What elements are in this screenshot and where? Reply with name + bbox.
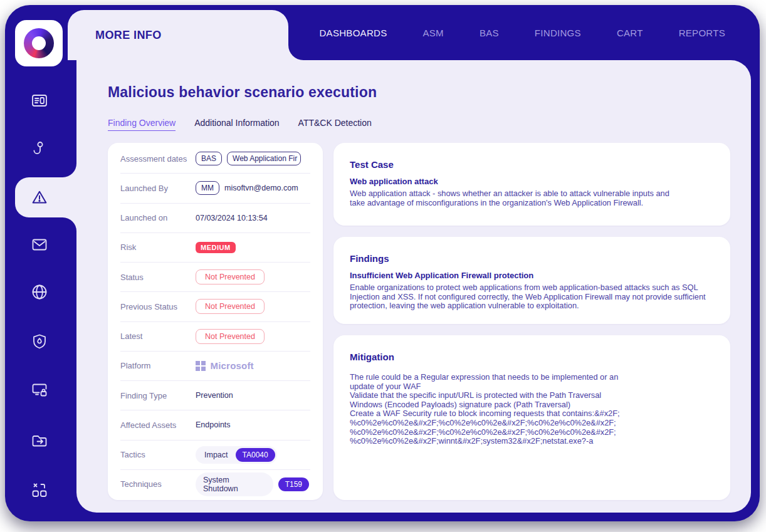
nav-item-cart[interactable]: CART [617, 28, 643, 38]
nav-item-findings[interactable]: FINDINGS [535, 28, 581, 38]
row-label: Status [120, 273, 196, 282]
device-lock-icon[interactable] [30, 380, 49, 399]
alert-triangle-icon [30, 188, 49, 207]
tab-attck-detection[interactable]: ATT&CK Detection [298, 118, 372, 131]
row-label: Launched on [120, 213, 196, 222]
test-case-body: Web application attack - shows whether a… [350, 189, 714, 207]
more-info-label: MORE INFO [95, 29, 162, 42]
findings-body: Enable organizations to protect web appl… [350, 283, 714, 311]
row-launched-by: Launched By MM misoftvn@demo.com [120, 174, 310, 203]
launched-by-email: misoftvn@demo.com [224, 184, 298, 192]
row-affected-assets: Affected Assets Endpoints [120, 410, 310, 440]
row-label: Previous Status [120, 302, 196, 311]
row-tactics: Tactics Impact TA0040 [120, 441, 310, 470]
row-label: Finding Type [120, 391, 196, 400]
row-techniques: Techniques System Shutdown T159 [120, 470, 310, 499]
row-label: Latest [120, 331, 196, 341]
findings-heading: Findings [350, 253, 714, 264]
brand-logo[interactable] [15, 20, 63, 66]
latest-status-badge: Not Prevented [196, 329, 265, 344]
test-case-subheading: Web application attack [350, 177, 714, 186]
row-status: Status Not Prevented [120, 263, 310, 292]
tab-additional-information[interactable]: Additional Information [194, 118, 279, 131]
row-latest: Latest Not Prevented [120, 322, 310, 352]
row-assessment-dates: Assessment dates BAS Web Application Fir [120, 144, 310, 174]
row-label: Risk [120, 243, 196, 252]
tactic-name: Impact [204, 451, 228, 459]
info-cards-column: Test Case Web application attack Web app… [333, 143, 730, 500]
status-badge: Not Prevented [196, 269, 265, 284]
folder-export-icon[interactable] [30, 432, 49, 451]
sidebar-item-findings-active[interactable] [15, 177, 76, 217]
test-case-card: Test Case Web application attack Web app… [333, 143, 730, 226]
row-label: Assessment dates [120, 154, 196, 164]
brand-ring-icon [24, 28, 54, 58]
row-label: Platform [120, 361, 196, 370]
mail-icon[interactable] [30, 235, 49, 254]
nav-item-dashboards[interactable]: DASHBOARDS [319, 28, 387, 38]
more-info-tab: MORE INFO [68, 10, 288, 60]
row-label: Affected Assets [120, 420, 196, 430]
broken-link-icon[interactable] [30, 481, 49, 499]
nav-item-asm[interactable]: ASM [422, 28, 443, 38]
tactic-id-pill[interactable]: TA0040 [236, 448, 275, 462]
microsoft-logo-icon [196, 361, 206, 371]
row-label: Launched By [120, 184, 196, 193]
assessment-chip-bas[interactable]: BAS [196, 152, 222, 165]
content-area: Malicious behavior scenario execution Fi… [76, 60, 751, 513]
launched-by-initials-chip: MM [196, 181, 219, 195]
previous-status-badge: Not Prevented [196, 299, 265, 314]
row-label: Tactics [120, 450, 196, 459]
nav-item-bas[interactable]: BAS [480, 28, 499, 38]
affected-assets-value: Endpoints [196, 420, 231, 429]
row-previous-status: Previous Status Not Prevented [120, 292, 310, 321]
technique-id-pill[interactable]: T159 [278, 477, 309, 491]
assessment-chip-waf[interactable]: Web Application Fir [227, 152, 301, 165]
risk-badge: MEDIUM [196, 242, 236, 253]
tab-finding-overview[interactable]: Finding Overview [108, 118, 176, 131]
mitigation-heading: Mitigation [350, 352, 714, 362]
finding-detail-card: Assessment dates BAS Web Application Fir… [108, 143, 323, 500]
row-platform: Platform Microsoft [120, 352, 310, 381]
hook-icon[interactable] [30, 139, 49, 158]
detail-tabs: Finding Overview Additional Information … [108, 118, 372, 131]
row-label: Techniques [120, 479, 196, 489]
top-navigation: DASHBOARDS ASM BAS FINDINGS CART REPORTS [319, 5, 725, 60]
row-finding-type: Finding Type Prevention [120, 381, 310, 410]
app-frame: DASHBOARDS ASM BAS FINDINGS CART REPORTS… [5, 5, 760, 521]
mitigation-card: Mitigation The rule could be a Regular e… [333, 335, 730, 500]
findings-card: Findings Insufficient Web Application Fi… [333, 237, 730, 324]
dashboard-feed-icon[interactable] [30, 91, 49, 110]
technique-pill: System Shutdown [196, 472, 273, 496]
tactic-pill: Impact TA0040 [196, 446, 277, 464]
row-risk: Risk MEDIUM [120, 233, 310, 263]
launched-on-timestamp: 07/03/2024 10:13:54 [196, 214, 268, 222]
globe-icon[interactable] [30, 283, 49, 301]
shield-fire-icon[interactable] [30, 332, 49, 351]
finding-type-value: Prevention [196, 391, 233, 400]
row-launched-on: Launched on 07/03/2024 10:13:54 [120, 204, 310, 233]
platform-name: Microsoft [211, 360, 254, 371]
test-case-heading: Test Case [350, 159, 714, 170]
nav-item-reports[interactable]: REPORTS [679, 28, 725, 38]
page-title: Malicious behavior scenario execution [108, 84, 377, 101]
mitigation-body: The rule could be a Regular expression t… [350, 373, 632, 446]
findings-subheading: Insufficient Web Application Firewall pr… [350, 271, 714, 280]
